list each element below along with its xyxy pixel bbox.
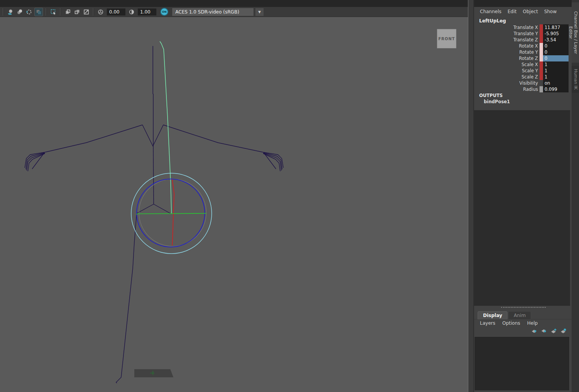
channel-row: Visibility on xyxy=(474,80,572,86)
channel-label[interactable]: Scale X xyxy=(474,61,540,68)
channel-row: Rotate Z 0 xyxy=(474,55,572,61)
menu-object[interactable]: Object xyxy=(523,9,538,14)
rotate-manipulator[interactable] xyxy=(131,173,212,254)
channel-label[interactable]: Visibility xyxy=(474,80,540,86)
channel-keyed-marker xyxy=(540,37,543,43)
color-management-toggle[interactable]: ON xyxy=(160,8,168,16)
menu-options[interactable]: Options xyxy=(502,320,520,326)
channel-value-field[interactable]: 0.099 xyxy=(543,86,569,92)
exposure-field[interactable]: 0.00 xyxy=(107,9,125,15)
add-layer-icon[interactable] xyxy=(550,327,557,336)
channel-keyed-marker xyxy=(540,24,543,31)
channel-value-field[interactable]: 1 xyxy=(543,74,569,80)
channel-label[interactable]: Rotate X xyxy=(474,43,540,49)
channel-row: Translate Z -3.54 xyxy=(474,37,572,43)
camera-view-label[interactable]: FRONT xyxy=(437,29,456,48)
channel-row: Rotate Y 0 xyxy=(474,49,572,55)
channel-label[interactable]: Translate X xyxy=(474,24,540,31)
layer-up-icon[interactable] xyxy=(531,327,538,336)
outputs-item[interactable]: bindPose1 xyxy=(484,99,510,104)
channel-value-field[interactable]: 0 xyxy=(543,43,569,49)
shadows-icon[interactable] xyxy=(16,8,24,16)
channel-value-field[interactable]: 11.837 xyxy=(543,24,569,31)
tab-anim[interactable]: Anim xyxy=(508,311,531,319)
channel-keyed-marker xyxy=(540,80,543,86)
pick-color-icon[interactable] xyxy=(82,8,90,16)
channel-label[interactable]: Translate Y xyxy=(474,31,540,37)
layer-editor-tabs: Display Anim xyxy=(474,311,572,319)
channel-keyed-marker xyxy=(540,31,543,37)
toolbar-separator xyxy=(46,9,47,15)
channel-row: Translate Y -5.905 xyxy=(474,31,572,37)
channel-value-field[interactable]: on xyxy=(543,80,569,86)
channel-box-panel: Channels Edit Object Show LeftUpLeg Tran… xyxy=(474,0,572,392)
gamma-field[interactable]: 1.00 xyxy=(138,9,156,15)
marquee-select-icon[interactable] xyxy=(50,8,57,16)
colorspace-dropdown-arrow[interactable]: ▼ xyxy=(255,8,264,16)
channel-box-menubar: Channels Edit Object Show xyxy=(480,9,557,14)
channel-value-field[interactable]: -3.54 xyxy=(543,37,569,43)
channel-keyed-marker xyxy=(540,86,543,92)
toolbar-grip[interactable] xyxy=(3,9,4,15)
channel-label[interactable]: Scale Z xyxy=(474,74,540,80)
channel-row: Rotate X 0 xyxy=(474,43,572,49)
menu-edit[interactable]: Edit xyxy=(508,9,517,14)
channel-value-field[interactable]: -5.905 xyxy=(543,31,569,37)
panel-top-strip xyxy=(474,0,572,7)
sidebar-tab-channel-box[interactable]: Channel Box / Layer Editor xyxy=(572,2,579,63)
channel-list: Translate X 11.837 Translate Y -5.905 Tr… xyxy=(474,24,572,92)
channel-value-field[interactable]: 0 xyxy=(543,49,569,55)
panel-gutter xyxy=(468,0,474,392)
channel-box-empty-area xyxy=(474,110,570,306)
viewport-canvas[interactable]: FRONT xyxy=(0,17,468,392)
channel-keyed-marker xyxy=(540,61,543,68)
menu-help[interactable]: Help xyxy=(527,320,538,326)
menu-show[interactable]: Show xyxy=(544,9,557,14)
gamma-icon[interactable] xyxy=(128,8,135,16)
channel-value-field[interactable]: 1 xyxy=(543,68,569,74)
layer-down-icon[interactable] xyxy=(541,327,548,336)
channel-label[interactable]: Radius xyxy=(474,86,540,92)
channel-keyed-marker xyxy=(540,55,543,61)
use-all-lights-icon[interactable] xyxy=(7,8,14,16)
channel-label[interactable]: Scale Y xyxy=(474,68,540,74)
outputs-heading: OUTPUTS xyxy=(479,93,503,98)
channel-value-field[interactable]: 0 xyxy=(543,55,569,61)
textured-mode-icon[interactable] xyxy=(34,8,43,16)
channel-row: Scale Y 1 xyxy=(474,68,572,74)
manip-x-ring[interactable] xyxy=(172,179,174,245)
manip-y-ring[interactable] xyxy=(136,213,206,214)
maya-window: 0.00 1.00 ON ACES 1.0 SDR-video (sRGB) ▼ xyxy=(0,0,579,392)
menu-channels[interactable]: Channels xyxy=(480,9,502,14)
layer-editor-menubar: Layers Options Help xyxy=(480,320,538,326)
sidebar-tab-human-ik[interactable]: Human IK xyxy=(572,66,579,93)
skeleton-drawing xyxy=(0,17,468,392)
add-layer-selected-icon[interactable] xyxy=(560,327,567,336)
channel-row: Radius 0.099 xyxy=(474,86,572,92)
channel-keyed-marker xyxy=(540,49,543,55)
skeleton-bones xyxy=(25,46,283,383)
sidebar-tab-strip: Channel Box / Layer Editor Human IK xyxy=(572,0,579,392)
ambient-occlusion-icon[interactable] xyxy=(25,8,33,16)
isolate-add-icon[interactable] xyxy=(73,8,81,16)
colorspace-dropdown[interactable]: ACES 1.0 SDR-video (sRGB) xyxy=(172,8,254,16)
channel-keyed-marker xyxy=(540,74,543,80)
menu-layers[interactable]: Layers xyxy=(480,320,495,326)
selected-node-name[interactable]: LeftUpLeg xyxy=(479,18,506,24)
tab-display[interactable]: Display xyxy=(478,311,507,319)
isolate-select-icon[interactable] xyxy=(64,8,72,16)
layer-editor-buttons xyxy=(531,327,567,336)
channel-value-field[interactable]: 1 xyxy=(543,61,569,68)
channel-row: Scale Z 1 xyxy=(474,74,572,80)
channel-label[interactable]: Rotate Y xyxy=(474,49,540,55)
channel-keyed-marker xyxy=(540,68,543,74)
toolbar-separator xyxy=(93,9,94,15)
toolbar-separator xyxy=(60,9,61,15)
selected-joint-bone xyxy=(160,41,171,213)
exposure-icon[interactable] xyxy=(97,8,104,16)
viewport-toolbar: 0.00 1.00 ON ACES 1.0 SDR-video (sRGB) ▼ xyxy=(0,7,468,17)
channel-row: Translate X 11.837 xyxy=(474,24,572,31)
channel-label[interactable]: Rotate Z xyxy=(474,55,540,61)
pane-splitter[interactable] xyxy=(501,307,546,308)
channel-label[interactable]: Translate Z xyxy=(474,37,540,43)
